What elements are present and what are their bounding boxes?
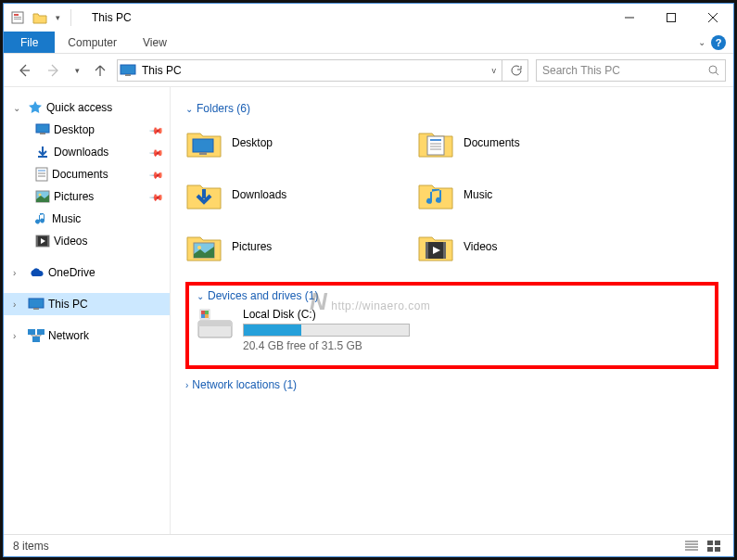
svg-rect-15 [40,133,45,134]
svg-rect-49 [205,314,209,318]
folder-label: Pictures [232,240,272,253]
qat-dropdown-icon[interactable]: ▾ [52,7,63,28]
svg-rect-26 [29,299,44,308]
svg-point-12 [709,66,717,73]
svg-rect-42 [443,242,446,259]
folder-label: Documents [464,136,520,149]
group-header-folders[interactable]: ⌄ Folders (6) [185,102,718,115]
document-icon [35,167,48,182]
tree-item-music[interactable]: Music [4,208,170,230]
svg-rect-44 [198,321,232,326]
chevron-right-icon[interactable]: › [13,331,24,341]
address-bar[interactable]: This PC v [117,59,502,82]
chevron-right-icon: › [185,380,188,390]
forward-button[interactable] [41,59,67,82]
svg-rect-3 [14,19,21,19]
video-icon [35,235,50,248]
picture-icon [35,190,50,203]
address-dropdown-icon[interactable]: v [489,66,501,75]
music-icon [35,211,48,226]
folder-label: Downloads [232,188,286,201]
tree-label: Pictures [54,190,94,203]
search-input[interactable]: Search This PC [536,59,726,82]
svg-rect-30 [32,337,40,342]
folder-pictures[interactable]: Pictures [185,228,417,265]
svg-rect-57 [715,547,720,552]
window-controls [608,4,733,32]
chevron-right-icon[interactable]: › [13,268,24,278]
back-button[interactable] [11,59,37,82]
tree-label: This PC [48,298,88,311]
tab-computer[interactable]: Computer [55,32,130,53]
tree-item-downloads[interactable]: Downloads📌 [4,141,170,163]
group-header-network[interactable]: › Network locations (1) [185,378,718,391]
up-button[interactable] [87,59,113,82]
svg-rect-29 [37,329,44,335]
tab-view[interactable]: View [130,32,180,53]
chevron-down-icon[interactable]: ⌄ [13,103,24,113]
svg-rect-17 [36,168,47,181]
svg-rect-1 [14,14,19,16]
folder-music[interactable]: Music [417,176,649,213]
capacity-bar [243,324,410,337]
close-button[interactable] [692,4,733,32]
svg-rect-14 [36,124,49,133]
tree-quick-access[interactable]: ⌄ Quick access [4,96,170,119]
ribbon-tabs: File Computer View ⌄ ? [4,32,733,54]
content-pane: ⌄ Folders (6) Desktop Documents [171,87,733,534]
tree-item-documents[interactable]: Documents📌 [4,163,170,185]
this-pc-icon [28,298,44,311]
recent-locations-icon[interactable]: ▾ [70,59,83,82]
large-icons-view-button[interactable] [704,538,724,554]
breadcrumb[interactable]: This PC [142,64,182,77]
pin-icon: 📌 [149,167,164,182]
navigation-bar: ▾ This PC v Search This PC [4,54,733,87]
navigation-pane: ⌄ Quick access Desktop📌 Downloads📌 Docum… [4,87,171,534]
folder-label: Music [464,188,492,201]
new-folder-icon[interactable] [30,7,50,28]
devices-and-drives-highlight: ⌄ Devices and drives (1) Local Disk (C:)… [185,282,718,369]
tree-label: Videos [54,235,87,248]
tree-onedrive[interactable]: › OneDrive [4,261,170,284]
svg-rect-55 [715,541,720,545]
tree-item-pictures[interactable]: Pictures📌 [4,185,170,208]
quick-access-toolbar: ▾ [4,7,81,28]
help-icon[interactable]: ? [711,35,726,50]
folder-downloads[interactable]: Downloads [185,176,417,213]
drive-meta: Local Disk (C:) 20.4 GB free of 31.5 GB [243,308,707,352]
group-header-drives[interactable]: ⌄ Devices and drives (1) [197,289,707,302]
tree-label: Network [48,329,89,342]
svg-rect-5 [667,14,675,22]
details-view-button[interactable] [681,538,702,554]
pin-icon: 📌 [149,145,164,159]
maximize-button[interactable] [650,4,692,32]
tree-item-desktop[interactable]: Desktop📌 [4,119,170,141]
folder-videos[interactable]: Videos [417,228,649,265]
desktop-icon [185,124,222,161]
refresh-button[interactable] [502,59,528,82]
svg-rect-27 [33,308,39,310]
documents-icon [417,124,454,161]
tree-label: OneDrive [48,266,95,279]
chevron-right-icon[interactable]: › [13,299,24,310]
drive-local-disk-c[interactable]: Local Disk (C:) 20.4 GB free of 31.5 GB … [197,308,707,352]
folder-documents[interactable]: Documents [417,124,649,161]
folder-desktop[interactable]: Desktop [185,124,417,161]
view-toggles [681,538,724,554]
tree-this-pc[interactable]: › This PC [4,293,170,315]
svg-rect-2 [14,17,21,18]
ribbon-expand-icon[interactable]: ⌄ [698,37,705,47]
videos-icon [417,228,454,265]
minimize-button[interactable] [608,4,650,32]
svg-rect-24 [36,235,38,247]
status-item-count: 8 items [13,540,49,553]
svg-rect-28 [28,329,35,335]
explorer-window: ▾ This PC File Computer View ⌄ ? ▾ [3,3,734,557]
tree-item-videos[interactable]: Videos [4,230,170,252]
file-tab[interactable]: File [4,32,55,53]
tree-network[interactable]: › Network [4,325,170,347]
body: ⌄ Quick access Desktop📌 Downloads📌 Docum… [4,87,733,534]
properties-icon[interactable] [7,7,28,28]
tree-label: Desktop [54,123,95,136]
separator [70,9,71,26]
